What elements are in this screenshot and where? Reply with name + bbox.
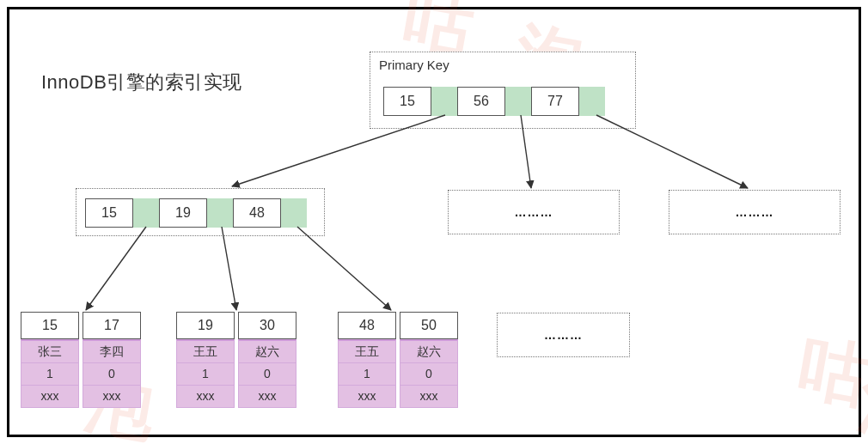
leaf-data-column: 赵六 0 xxx — [400, 339, 458, 408]
leaf-data-column: 王五 1 xxx — [338, 339, 396, 408]
diagram-title: InnoDB引擎的索引实现 — [41, 70, 242, 95]
leaf-data-cell: xxx — [339, 385, 395, 407]
leaf-node: 48 50 王五 1 xxx 赵六 0 xxx — [338, 312, 458, 408]
internal-node: 15 19 48 — [76, 188, 325, 236]
internal-key: 19 — [159, 198, 207, 228]
internal-key: 15 — [85, 198, 133, 228]
root-key: 15 — [383, 87, 431, 116]
leaf-node: 15 17 张三 1 xxx 李四 0 xxx — [21, 312, 141, 408]
leaf-data-cell: 1 — [21, 362, 78, 385]
leaf-key: 30 — [238, 312, 296, 339]
internal-key: 48 — [233, 198, 281, 228]
pointer-slot — [579, 87, 605, 116]
leaf-key: 48 — [338, 312, 396, 339]
placeholder-node: ……… — [448, 190, 620, 234]
leaf-data-cell: xxx — [177, 385, 234, 407]
leaf-data-column: 王五 1 xxx — [176, 339, 235, 408]
leaf-data-cell: xxx — [83, 385, 140, 407]
leaf-data-cell: xxx — [21, 385, 78, 407]
leaf-data-cell: 0 — [239, 362, 296, 385]
leaf-data-cell: 1 — [177, 362, 234, 385]
leaf-key: 15 — [21, 312, 79, 339]
root-node: Primary Key 15 56 77 — [370, 52, 636, 129]
root-node-label: Primary Key — [379, 58, 449, 72]
pointer-slot — [505, 87, 531, 116]
leaf-data-cell: 1 — [339, 362, 395, 385]
leaf-data-cell: 王五 — [177, 341, 234, 362]
leaf-key: 17 — [83, 312, 141, 339]
root-key: 77 — [531, 87, 579, 116]
placeholder-node: ……… — [497, 313, 630, 357]
leaf-node: 19 30 王五 1 xxx 赵六 0 xxx — [176, 312, 296, 408]
root-key: 56 — [457, 87, 505, 116]
leaf-data-cell: 赵六 — [239, 341, 296, 362]
pointer-slot — [431, 87, 457, 116]
pointer-slot — [281, 198, 307, 228]
leaf-key: 50 — [400, 312, 458, 339]
leaf-data-cell: xxx — [239, 385, 296, 407]
leaf-data-cell: 0 — [83, 362, 140, 385]
leaf-data-column: 张三 1 xxx — [21, 339, 79, 408]
leaf-data-cell: xxx — [400, 385, 457, 407]
leaf-data-cell: 李四 — [83, 341, 140, 362]
leaf-data-cell: 张三 — [21, 341, 78, 362]
leaf-data-cell: 赵六 — [400, 341, 457, 362]
pointer-slot — [207, 198, 233, 228]
placeholder-node: ……… — [669, 190, 840, 234]
leaf-key: 19 — [176, 312, 235, 339]
leaf-data-column: 李四 0 xxx — [83, 339, 141, 408]
leaf-data-cell: 0 — [400, 362, 457, 385]
leaf-data-column: 赵六 0 xxx — [238, 339, 296, 408]
leaf-data-cell: 王五 — [339, 341, 395, 362]
pointer-slot — [133, 198, 159, 228]
